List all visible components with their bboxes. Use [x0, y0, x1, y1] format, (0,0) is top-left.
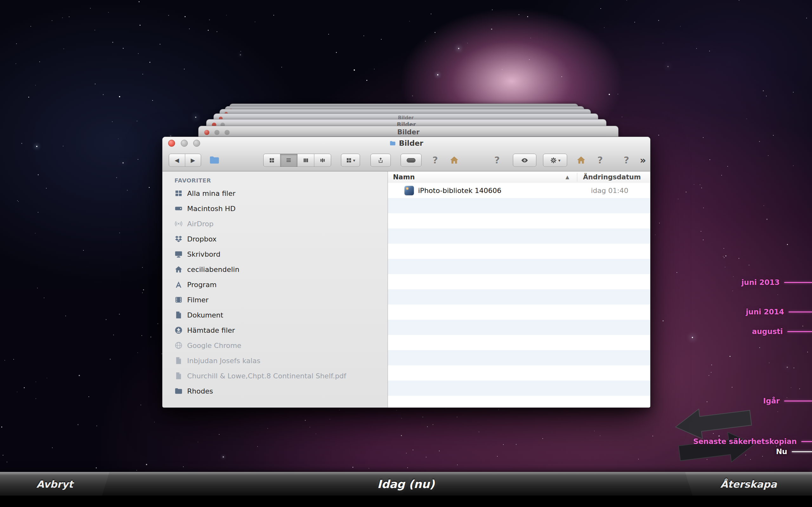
view-mode-control: [263, 154, 331, 167]
documents-icon: [174, 311, 183, 319]
new-folder-button[interactable]: [207, 154, 221, 166]
sidebar-item-label: Churchill & Lowe,Chpt.8 Continental Shel…: [187, 372, 346, 380]
toolbar-overflow-button[interactable]: »: [638, 154, 648, 166]
sidebar-item-macintosh-hd[interactable]: Macintosh HD: [162, 201, 388, 216]
downloads-icon: [174, 326, 183, 334]
table-row[interactable]: iPhoto-bibliotek 140606 idag 01:40: [388, 183, 650, 198]
eye-icon: [521, 157, 528, 164]
chevron-down-icon: ▾: [353, 158, 355, 163]
sidebar-item-google-chrome[interactable]: Google Chrome: [162, 338, 388, 353]
time-machine-bar: Avbryt Idag (nu) Återskapa: [0, 472, 812, 496]
timeline-label: Senaste säkerhetskopian: [693, 437, 797, 446]
action-button[interactable]: ▾: [543, 154, 567, 167]
column-header-name[interactable]: Namn: [393, 171, 415, 183]
sidebar-item-label: Macintosh HD: [187, 205, 236, 213]
file-icon: [174, 372, 183, 380]
home-icon: [174, 265, 183, 274]
sidebar-item-label: AirDrop: [187, 220, 213, 228]
applications-icon: [174, 280, 183, 289]
sidebar-item-churchill-pdf[interactable]: Churchill & Lowe,Chpt.8 Continental Shel…: [162, 368, 388, 383]
missing-toolbar-item[interactable]: ?: [622, 154, 631, 166]
column-header-modified[interactable]: Ändringsdatum: [583, 171, 641, 183]
quick-look-button[interactable]: [513, 154, 537, 167]
timeline-tick-line: [789, 312, 812, 313]
globe-icon: [174, 341, 183, 349]
timeline-tick-augusti[interactable]: augusti: [752, 327, 812, 336]
sidebar-item-label: Dropbox: [187, 235, 217, 243]
timeline-tick-line: [792, 451, 812, 452]
sidebar-item-dokument[interactable]: Dokument: [162, 307, 388, 323]
timeline-tick-line: [784, 282, 812, 283]
arrange-button[interactable]: ▾: [341, 154, 360, 167]
titlebar[interactable]: Bilder: [162, 137, 650, 149]
restore-button[interactable]: Återskapa: [685, 472, 812, 496]
forward-icon: ▶: [191, 158, 195, 163]
sidebar-item-rhodes[interactable]: Rhodes: [162, 383, 388, 399]
cancel-button-label: Avbryt: [37, 478, 73, 490]
sidebar-item-label: Rhodes: [187, 387, 213, 395]
file-icon: [174, 356, 183, 365]
column-view-button[interactable]: [298, 154, 314, 167]
toolbar: ◀ ▶ ▾ ?: [162, 149, 650, 171]
proxy-folder-icon: [390, 140, 396, 147]
timeline-label: Nu: [776, 447, 787, 456]
question-mark-icon: ?: [494, 155, 500, 166]
back-button[interactable]: ◀: [169, 154, 185, 167]
timeline-tick-senaste-sakerhetskopian[interactable]: Senaste säkerhetskopian: [693, 437, 812, 446]
file-list: Namn ▲ Ändringsdatum iPhoto-bibliotek 14…: [388, 171, 650, 407]
sidebar-item-hamtade-filer[interactable]: Hämtade filer: [162, 323, 388, 338]
cancel-button[interactable]: Avbryt: [0, 472, 109, 496]
sidebar-section-favorites: FAVORITER: [174, 177, 388, 184]
home-toolbar-button[interactable]: [575, 154, 588, 166]
window-chrome: Bilder ◀ ▶ ▾: [162, 137, 650, 171]
gear-icon: [550, 157, 557, 164]
folder-icon: [174, 387, 183, 395]
missing-toolbar-item[interactable]: ?: [595, 154, 605, 166]
iphoto-library-icon: [404, 186, 414, 195]
sidebar-item-alla-mina-filer[interactable]: Alla mina filer: [162, 186, 388, 201]
sidebar-item-label: Alla mina filer: [187, 189, 235, 198]
sidebar-item-home-folder[interactable]: ceciliabendelin: [162, 262, 388, 277]
missing-toolbar-item[interactable]: ?: [430, 154, 440, 166]
question-mark-icon: ?: [432, 155, 438, 166]
question-mark-icon: ?: [597, 155, 603, 166]
forward-button[interactable]: ▶: [185, 154, 201, 167]
list-header: Namn ▲ Ändringsdatum: [388, 171, 650, 183]
timeline-tick-juni-2013[interactable]: juni 2013: [741, 278, 812, 286]
movies-icon: [174, 296, 183, 304]
icon-view-button[interactable]: [264, 154, 281, 167]
sidebar-item-label: Filmer: [187, 296, 208, 304]
timeline-tick-line: [784, 400, 812, 401]
sidebar-item-inbjudan[interactable]: Inbjudan Josefs kalas: [162, 353, 388, 368]
missing-toolbar-item[interactable]: ?: [492, 154, 502, 166]
restore-button-label: Återskapa: [720, 478, 777, 490]
sidebar-item-label: Hämtade filer: [187, 326, 235, 334]
window-title: Bilder: [399, 139, 423, 147]
list-view-button[interactable]: [281, 154, 297, 167]
home-toolbar-button[interactable]: [448, 154, 461, 166]
share-button[interactable]: [370, 154, 391, 167]
sidebar-item-label: Google Chrome: [187, 342, 241, 349]
sort-ascending-icon: ▲: [565, 171, 569, 183]
timeline-label: juni 2013: [741, 278, 780, 286]
coverflow-view-button[interactable]: [314, 154, 331, 167]
share-icon: [377, 157, 384, 164]
back-icon: ◀: [175, 158, 179, 163]
toggle-button[interactable]: [401, 154, 421, 167]
timeline-tick-nu[interactable]: Nu: [776, 447, 812, 456]
sidebar-item-airdrop[interactable]: AirDrop: [162, 216, 388, 231]
home-icon: [576, 155, 586, 165]
sidebar-item-label: Program: [187, 281, 217, 289]
sidebar-item-skrivbord[interactable]: Skrivbord: [162, 246, 388, 262]
timeline-tick-igar[interactable]: Igår: [763, 397, 812, 405]
sidebar-item-program[interactable]: Program: [162, 277, 388, 292]
sidebar-item-filmer[interactable]: Filmer: [162, 292, 388, 307]
timeline-tick-juni-2014[interactable]: juni 2014: [746, 308, 812, 316]
list-view-icon: [286, 157, 292, 164]
sidebar-item-dropbox[interactable]: Dropbox: [162, 231, 388, 246]
stacked-window-title: Bilder: [199, 128, 618, 136]
file-modified-date: idag 01:40: [591, 187, 628, 194]
airdrop-icon: [174, 220, 183, 228]
dropbox-icon: [174, 235, 183, 243]
grid-view-icon: [269, 157, 275, 164]
